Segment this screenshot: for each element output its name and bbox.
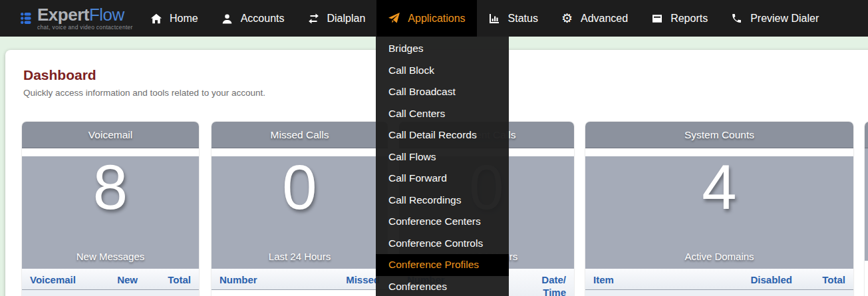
card-missed-calls: Missed Calls0Last 24 HoursNumberMissedVi… (212, 122, 388, 296)
menu-item-call-recordings[interactable]: Call Recordings (376, 190, 509, 212)
table-row: Domains04 (585, 290, 853, 296)
top-navbar: ExpertFlow chat, voice and video contact… (0, 0, 868, 37)
menu-item-conference-centers[interactable]: Conference Centers (376, 211, 509, 233)
menu-item-bridges[interactable]: Bridges (376, 38, 509, 60)
menu-item-call-detail-records[interactable]: Call Detail Records (376, 124, 509, 146)
applications-dropdown-menu: BridgesCall BlockCall BroadcastCall Cent… (376, 37, 509, 296)
menu-item-call-centers[interactable]: Call Centers (376, 103, 509, 125)
card-title: Voicemail (22, 122, 199, 148)
card-title (865, 122, 868, 148)
nav-item-reports[interactable]: Reports (639, 0, 719, 37)
column-header-disabled: Disabled (712, 274, 792, 285)
gear-icon: ⚙ (561, 12, 573, 25)
nav-item-label: Status (508, 13, 538, 25)
card-value: 4 (585, 156, 853, 219)
nav-item-dialplan[interactable]: Dialplan (296, 0, 377, 37)
menu-item-conference-profiles[interactable]: Conference Profiles (376, 254, 509, 276)
home-icon (150, 12, 162, 25)
column-header-number: Number (219, 274, 327, 285)
menu-item-conferences[interactable]: Conferences (376, 276, 509, 296)
card-partial (865, 122, 868, 296)
brand-name-secondary: Flow (89, 5, 124, 25)
card-body: 8New Messages (22, 156, 199, 269)
bar-chart-icon (488, 12, 501, 25)
nav-item-label: Applications (408, 13, 465, 25)
table-header-row: ItemDisabledTotal (585, 269, 853, 290)
table-row: 362500 (22, 290, 199, 296)
view-all-link[interactable]: View All (212, 290, 388, 296)
nav-item-applications[interactable]: Applications (376, 0, 476, 37)
column-header-total: Total (792, 274, 845, 285)
card-value-label: Last 24 Hours (212, 251, 388, 262)
nav-item-home[interactable]: Home (138, 0, 210, 37)
card-body (865, 148, 868, 261)
menu-item-call-flows[interactable]: Call Flows (376, 146, 509, 168)
column-header-item: Item (593, 274, 712, 285)
card-system-counts: System Counts4Active DomainsItemDisabled… (585, 122, 853, 296)
brand-name-primary: Expert (37, 5, 89, 25)
nav-item-label: Home (170, 13, 198, 25)
nav-item-label: Reports (670, 13, 708, 25)
phone-icon (730, 12, 743, 25)
card-title: System Counts (585, 122, 853, 148)
user-icon (221, 12, 233, 25)
card-value: 0 (212, 156, 388, 219)
nav-item-accounts[interactable]: Accounts (210, 0, 296, 37)
nav-item-label: Preview Dialer (750, 13, 819, 25)
brand-logo-icon (20, 10, 35, 27)
table-header-row: NumberMissed (212, 269, 388, 290)
nav-item-label: Dialplan (327, 13, 366, 25)
column-header-total: Total (138, 274, 191, 285)
column-header-voicemail: Voicemail (30, 274, 84, 285)
brand-logo[interactable]: ExpertFlow chat, voice and video contact… (20, 0, 133, 37)
card-voicemail: Voicemail8New MessagesVoicemailNewTotal3… (22, 122, 199, 296)
brand-tagline: chat, voice and video contactcenter (37, 25, 133, 31)
column-header-new: New (84, 274, 138, 285)
card-value-label: New Messages (22, 251, 199, 262)
nav-menu: HomeAccountsDialplanApplicationsStatus⚙A… (138, 0, 830, 37)
column-header-date-time: Date/ Time (529, 274, 566, 296)
table-header-row: VoicemailNewTotal (22, 269, 199, 290)
brand-text: ExpertFlow chat, voice and video contact… (37, 6, 133, 31)
card-value: 8 (22, 156, 199, 219)
menu-item-call-broadcast[interactable]: Call Broadcast (376, 81, 509, 103)
nav-item-advanced[interactable]: ⚙Advanced (549, 0, 639, 37)
card-body: 0Last 24 Hours (212, 156, 388, 269)
card-title: Missed Calls (212, 122, 388, 148)
nav-item-label: Accounts (241, 13, 285, 25)
nav-item-label: Advanced (581, 13, 628, 25)
menu-item-conference-controls[interactable]: Conference Controls (376, 233, 509, 255)
menu-item-call-block[interactable]: Call Block (376, 60, 509, 82)
card-value-label: Active Domains (585, 251, 853, 262)
card-body: 4Active Domains (585, 156, 853, 269)
screen: ExpertFlow chat, voice and video contact… (0, 0, 868, 296)
paper-plane-icon (388, 12, 400, 25)
column-header-missed: Missed (327, 274, 380, 285)
swap-arrows-icon (307, 12, 320, 25)
nav-item-preview-dialer[interactable]: Preview Dialer (719, 0, 830, 37)
menu-item-call-forward[interactable]: Call Forward (376, 168, 509, 190)
nav-item-status[interactable]: Status (477, 0, 549, 37)
report-icon (651, 12, 663, 25)
